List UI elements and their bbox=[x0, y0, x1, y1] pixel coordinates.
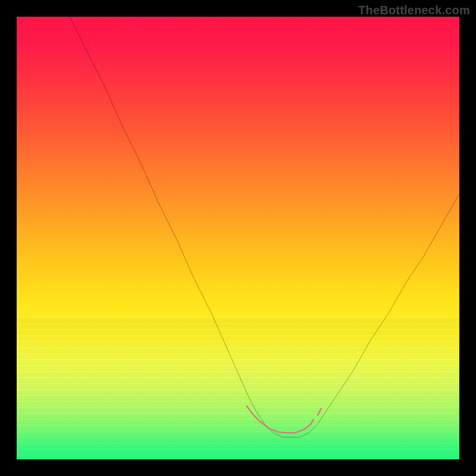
trough-highlight-tick bbox=[318, 408, 321, 415]
curve-layer bbox=[17, 17, 459, 459]
chart-frame: TheBottleneck.com bbox=[0, 0, 476, 476]
bottleneck-curve bbox=[70, 17, 459, 437]
trough-highlight bbox=[247, 406, 314, 433]
plot-area bbox=[17, 17, 459, 459]
watermark-text: TheBottleneck.com bbox=[358, 4, 470, 17]
